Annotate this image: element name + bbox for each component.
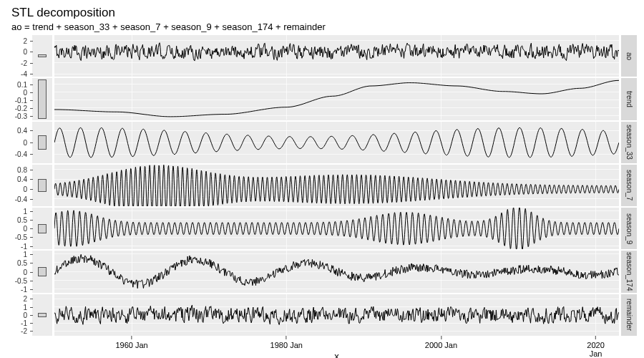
y-tick-label: -0.4 (15, 195, 27, 203)
plot-area (54, 122, 619, 163)
panel-trend: -0.3-0.2-0.100.1trend (7, 78, 637, 120)
y-tick-label: -0.5 (15, 233, 27, 241)
chart-subtitle: ao = trend + season_33 + season_7 + seas… (11, 21, 637, 32)
panel-season_33: -0.400.4season_33 (7, 122, 637, 163)
range-indicator (32, 251, 52, 292)
y-tick-label: 0 (23, 311, 27, 319)
y-tick-label: -2 (21, 59, 27, 67)
y-tick-label: -0.2 (15, 105, 27, 112)
y-tick-label: -0.5 (15, 276, 27, 284)
range-box (38, 224, 47, 233)
facet-strip: trend (621, 78, 637, 120)
range-box (38, 313, 47, 317)
y-tick-label: 0 (23, 138, 27, 146)
facet-strip: season_33 (621, 122, 637, 163)
range-box (38, 79, 47, 119)
y-tick-label: -4 (21, 70, 27, 78)
plot-area (54, 35, 619, 77)
y-axis: -1-0.500.51 (7, 208, 30, 249)
y-tick-label: 2 (23, 295, 27, 303)
y-axis: -4-202 (7, 35, 30, 77)
y-tick-label: -0.1 (15, 97, 27, 105)
y-tick-label: -1 (21, 242, 27, 250)
range-box (38, 54, 47, 58)
x-tick-label: 2000 Jan (425, 341, 457, 349)
y-axis: -2-1012 (7, 294, 30, 336)
y-tick-label: 0.8 (17, 165, 27, 173)
x-axis-label: x (334, 351, 339, 358)
x-tick: 2000 Jan (425, 336, 457, 349)
y-tick-label: 2 (23, 37, 27, 44)
plot-area (54, 251, 619, 292)
y-tick-label: -1 (21, 285, 27, 293)
range-box (38, 267, 47, 276)
x-axis: x 1960 Jan1980 Jan2000 Jan2020 Jan (7, 336, 637, 358)
y-tick-label: 0 (23, 185, 27, 193)
y-tick-label: 0.4 (17, 127, 27, 135)
plot-area (54, 208, 619, 249)
plot-area (54, 294, 619, 336)
chart-title: STL decomposition (11, 6, 637, 20)
series-trend (54, 81, 619, 117)
range-indicator (32, 208, 52, 249)
series-season_7 (54, 165, 619, 206)
range-indicator (32, 294, 52, 336)
range-indicator (32, 35, 52, 77)
y-axis: -0.400.4 (7, 122, 30, 163)
facet-strip: season_174 (621, 251, 637, 292)
y-tick-label: -0.4 (15, 150, 27, 158)
y-axis: -0.3-0.2-0.100.1 (7, 78, 30, 120)
panel-season_174: -1-0.500.51season_174 (7, 251, 637, 292)
y-tick-label: -0.3 (15, 112, 27, 120)
y-tick-label: -1 (21, 319, 27, 327)
y-tick-label: 0.1 (17, 81, 27, 89)
x-tick: 1960 Jan (115, 336, 147, 349)
panel-ao: -4-202ao (7, 35, 637, 77)
plot-area (54, 78, 619, 120)
y-tick-label: 0 (23, 89, 27, 97)
plot-area (54, 165, 619, 206)
stl-chart: STL decomposition ao = trend + season_33… (0, 0, 644, 358)
panel-season_9: -1-0.500.51season_9 (7, 208, 637, 249)
facet-strip: season_9 (621, 208, 637, 249)
y-tick-label: -2 (21, 327, 27, 335)
y-tick-label: 0 (23, 268, 27, 276)
x-tick-label: 2020 Jan (584, 341, 607, 358)
x-tick: 2020 Jan (584, 336, 607, 358)
facet-strip: ao (621, 35, 637, 77)
x-tick: 1980 Jan (270, 336, 303, 349)
y-tick-label: 0.5 (17, 259, 27, 267)
x-tick-label: 1960 Jan (115, 341, 147, 349)
facet-strip: season_7 (621, 165, 637, 206)
y-axis: -0.400.40.8 (7, 165, 30, 206)
y-tick-label: 0 (23, 225, 27, 233)
facet-strip: remainder (621, 294, 637, 336)
y-tick-label: 1 (23, 207, 27, 215)
facet-panels: -4-202ao-0.3-0.2-0.100.1trend-0.400.4sea… (7, 35, 637, 336)
range-indicator (32, 78, 52, 120)
y-tick-label: 0.5 (17, 216, 27, 224)
y-tick-label: 1 (23, 303, 27, 311)
panel-season_7: -0.400.40.8season_7 (7, 165, 637, 206)
y-axis: -1-0.500.51 (7, 251, 30, 292)
x-tick-label: 1980 Jan (270, 341, 303, 349)
y-tick-label: 0 (23, 48, 27, 56)
range-indicator (32, 165, 52, 206)
range-indicator (32, 122, 52, 163)
range-box (38, 135, 47, 150)
panel-remainder: -2-1012remainder (7, 294, 637, 336)
series-remainder (54, 305, 619, 325)
y-tick-label: 1 (23, 251, 27, 258)
y-tick-label: 0.4 (17, 175, 27, 183)
range-box (38, 179, 47, 191)
